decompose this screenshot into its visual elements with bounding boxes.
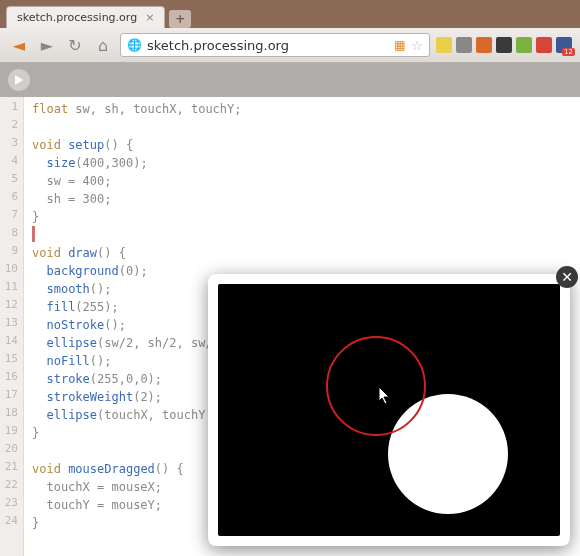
code-line: sh = 300; bbox=[32, 190, 580, 208]
line-number: 5 bbox=[0, 172, 23, 190]
ext-icon-1[interactable] bbox=[436, 37, 452, 53]
sketch-preview-panel: ✕ bbox=[208, 274, 570, 546]
tab-strip: sketch.processing.org × + bbox=[0, 0, 580, 28]
line-number: 11 bbox=[0, 280, 23, 298]
canvas-red-ring bbox=[326, 336, 426, 436]
ext-icon-4[interactable] bbox=[496, 37, 512, 53]
text-cursor bbox=[32, 226, 35, 242]
line-number: 22 bbox=[0, 478, 23, 496]
notification-badge: 12 bbox=[562, 48, 575, 56]
code-line: sw = 400; bbox=[32, 172, 580, 190]
line-number: 4 bbox=[0, 154, 23, 172]
line-number: 10 bbox=[0, 262, 23, 280]
line-number: 18 bbox=[0, 406, 23, 424]
tab-title: sketch.processing.org bbox=[17, 11, 137, 24]
rss-icon[interactable]: ▦ bbox=[394, 38, 405, 52]
line-number: 21 bbox=[0, 460, 23, 478]
browser-toolbar: ◄ ► ↻ ⌂ 🌐 sketch.processing.org ▦ ☆ 12 bbox=[0, 28, 580, 62]
home-icon: ⌂ bbox=[98, 36, 108, 55]
line-number: 1 bbox=[0, 100, 23, 118]
line-number: 17 bbox=[0, 388, 23, 406]
line-number: 2 bbox=[0, 118, 23, 136]
code-line bbox=[32, 226, 580, 244]
play-icon bbox=[14, 75, 24, 85]
mouse-cursor-icon bbox=[378, 386, 392, 406]
code-line: float sw, sh, touchX, touchY; bbox=[32, 100, 580, 118]
line-gutter: 123456789101112131415161718192021222324 bbox=[0, 97, 24, 556]
ext-icon-3[interactable] bbox=[476, 37, 492, 53]
line-number: 14 bbox=[0, 334, 23, 352]
line-number: 24 bbox=[0, 514, 23, 532]
reload-button[interactable]: ↻ bbox=[64, 34, 86, 56]
ext-icon-6[interactable] bbox=[536, 37, 552, 53]
globe-icon: 🌐 bbox=[127, 38, 141, 52]
forward-icon: ► bbox=[41, 36, 53, 55]
play-button[interactable] bbox=[8, 69, 30, 91]
sketch-canvas[interactable] bbox=[218, 284, 560, 536]
line-number: 20 bbox=[0, 442, 23, 460]
line-number: 19 bbox=[0, 424, 23, 442]
url-bar[interactable]: 🌐 sketch.processing.org ▦ ☆ bbox=[120, 33, 430, 57]
code-line: size(400,300); bbox=[32, 154, 580, 172]
line-number: 3 bbox=[0, 136, 23, 154]
ext-icon-7[interactable]: 12 bbox=[556, 37, 572, 53]
line-number: 9 bbox=[0, 244, 23, 262]
extension-icons: 12 bbox=[436, 37, 572, 53]
code-line bbox=[32, 118, 580, 136]
code-line: void setup() { bbox=[32, 136, 580, 154]
reload-icon: ↻ bbox=[68, 36, 81, 55]
home-button[interactable]: ⌂ bbox=[92, 34, 114, 56]
line-number: 16 bbox=[0, 370, 23, 388]
code-line: void draw() { bbox=[32, 244, 580, 262]
browser-tab[interactable]: sketch.processing.org × bbox=[6, 6, 165, 28]
browser-chrome: sketch.processing.org × + ◄ ► ↻ ⌂ 🌐 sket… bbox=[0, 0, 580, 63]
new-tab-button[interactable]: + bbox=[169, 10, 191, 28]
ext-icon-2[interactable] bbox=[456, 37, 472, 53]
bookmark-star-icon[interactable]: ☆ bbox=[411, 38, 423, 53]
line-number: 7 bbox=[0, 208, 23, 226]
code-line: } bbox=[32, 208, 580, 226]
url-text: sketch.processing.org bbox=[147, 38, 388, 53]
ext-icon-5[interactable] bbox=[516, 37, 532, 53]
line-number: 15 bbox=[0, 352, 23, 370]
back-icon: ◄ bbox=[13, 36, 25, 55]
line-number: 23 bbox=[0, 496, 23, 514]
close-tab-icon[interactable]: × bbox=[145, 11, 154, 24]
line-number: 12 bbox=[0, 298, 23, 316]
back-button[interactable]: ◄ bbox=[8, 34, 30, 56]
line-number: 6 bbox=[0, 190, 23, 208]
sketch-toolbar bbox=[0, 63, 580, 97]
line-number: 8 bbox=[0, 226, 23, 244]
forward-button[interactable]: ► bbox=[36, 34, 58, 56]
close-icon: ✕ bbox=[561, 269, 573, 285]
line-number: 13 bbox=[0, 316, 23, 334]
